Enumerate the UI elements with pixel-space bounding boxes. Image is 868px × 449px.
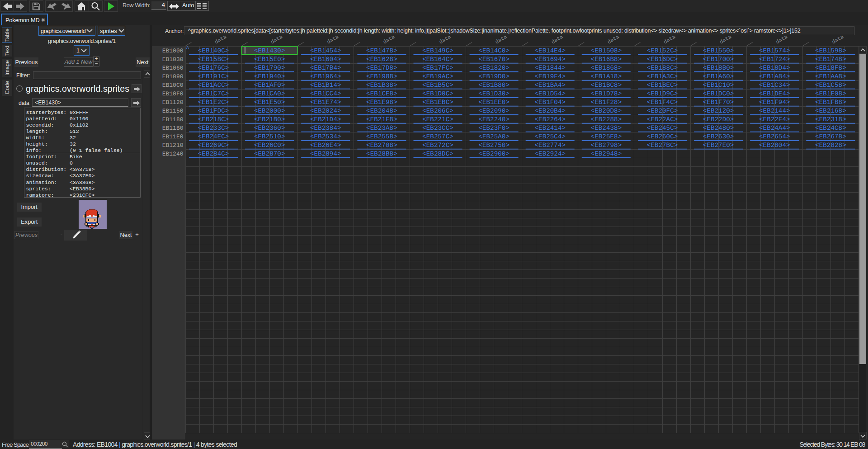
svg-text:<EB18B0>: <EB18B0> bbox=[703, 65, 734, 72]
svg-text:<EB1988>: <EB1988> bbox=[366, 73, 397, 80]
svg-text:<EB1574>: <EB1574> bbox=[759, 47, 790, 55]
svg-text:data: data bbox=[775, 36, 788, 45]
svg-text:<EB1700>: <EB1700> bbox=[703, 56, 734, 63]
svg-text:<EB272C>: <EB272C> bbox=[422, 142, 453, 149]
svg-text:<EB149C>: <EB149C> bbox=[422, 47, 453, 55]
svg-text:<EB2558>: <EB2558> bbox=[366, 133, 397, 141]
svg-text:<EB1C10>: <EB1C10> bbox=[703, 82, 734, 89]
svg-text:EB10C0: EB10C0 bbox=[162, 82, 184, 89]
svg-text:<EB2168>: <EB2168> bbox=[815, 108, 846, 115]
svg-text:<EB269C>: <EB269C> bbox=[198, 142, 229, 149]
svg-text:<EB26E4>: <EB26E4> bbox=[310, 142, 341, 149]
svg-text:<EB1550>: <EB1550> bbox=[703, 47, 734, 55]
svg-text:<EB1F4C>: <EB1F4C> bbox=[647, 99, 678, 106]
svg-text:<EB27E0>: <EB27E0> bbox=[703, 142, 734, 149]
svg-text:<EB2510>: <EB2510> bbox=[254, 133, 285, 141]
svg-text:<EB1A18>: <EB1A18> bbox=[591, 73, 622, 80]
svg-text:<EB1BA4>: <EB1BA4> bbox=[534, 82, 566, 89]
svg-text:<EB1E08>: <EB1E08> bbox=[815, 90, 846, 98]
svg-text:<EB24EC>: <EB24EC> bbox=[198, 133, 229, 141]
svg-text:<EB1A60>: <EB1A60> bbox=[703, 73, 734, 80]
svg-text:data: data bbox=[270, 36, 283, 45]
svg-text:<EB24C8>: <EB24C8> bbox=[815, 125, 846, 132]
svg-text:data: data bbox=[439, 36, 452, 45]
svg-text:<EB2144>: <EB2144> bbox=[759, 108, 790, 115]
svg-text:<EB23F0>: <EB23F0> bbox=[478, 125, 509, 132]
svg-text:<EB1478>: <EB1478> bbox=[366, 47, 397, 55]
svg-text:EB1180: EB1180 bbox=[162, 116, 184, 123]
svg-text:<EB1BEC>: <EB1BEC> bbox=[647, 82, 678, 89]
svg-text:<EB1430>: <EB1430> bbox=[254, 47, 285, 55]
svg-text:<EB1670>: <EB1670> bbox=[478, 56, 509, 63]
svg-text:<EB188C>: <EB188C> bbox=[647, 65, 678, 72]
svg-text:<EB26C0>: <EB26C0> bbox=[254, 142, 285, 149]
svg-text:<EB1694>: <EB1694> bbox=[534, 56, 566, 63]
svg-text:<EB2894>: <EB2894> bbox=[310, 151, 341, 158]
svg-text:<EB1D0C>: <EB1D0C> bbox=[422, 90, 453, 98]
svg-text:EB11B0: EB11B0 bbox=[162, 125, 184, 132]
svg-text:EB11E0: EB11E0 bbox=[162, 133, 184, 140]
svg-text:<EB2000>: <EB2000> bbox=[254, 108, 285, 115]
svg-text:<EB1964>: <EB1964> bbox=[310, 73, 341, 80]
svg-text:<EB152C>: <EB152C> bbox=[647, 47, 678, 55]
svg-text:<EB2414>: <EB2414> bbox=[534, 125, 566, 132]
svg-text:<EB1F28>: <EB1F28> bbox=[591, 99, 622, 106]
svg-text:<EB1C58>: <EB1C58> bbox=[815, 82, 846, 89]
svg-text:<EB16DC>: <EB16DC> bbox=[647, 56, 678, 63]
svg-text:<EB19F4>: <EB19F4> bbox=[534, 73, 566, 80]
svg-text:<EB19D0>: <EB19D0> bbox=[478, 73, 509, 80]
svg-text:<EB1508>: <EB1508> bbox=[591, 47, 622, 55]
svg-text:<EB2798>: <EB2798> bbox=[591, 142, 622, 149]
svg-text:<EB2828>: <EB2828> bbox=[815, 142, 846, 149]
svg-text:<EB218C>: <EB218C> bbox=[198, 116, 229, 123]
svg-text:<EB284C>: <EB284C> bbox=[198, 151, 229, 158]
svg-text:<EB20FC>: <EB20FC> bbox=[647, 108, 678, 115]
svg-text:data: data bbox=[663, 36, 676, 45]
svg-text:<EB17B4>: <EB17B4> bbox=[310, 65, 341, 72]
svg-text:<EB176C>: <EB176C> bbox=[198, 65, 229, 72]
svg-text:<EB2900>: <EB2900> bbox=[478, 151, 509, 158]
svg-text:<EB1D30>: <EB1D30> bbox=[478, 90, 509, 98]
svg-text:<EB1FDC>: <EB1FDC> bbox=[198, 108, 229, 115]
svg-text:data: data bbox=[607, 36, 620, 45]
svg-text:data: data bbox=[551, 36, 564, 45]
svg-text:<EB19AC>: <EB19AC> bbox=[422, 73, 453, 80]
svg-text:<EB25A0>: <EB25A0> bbox=[478, 133, 509, 141]
svg-text:<EB1D78>: <EB1D78> bbox=[591, 90, 622, 98]
svg-text:<EB245C>: <EB245C> bbox=[647, 125, 678, 132]
svg-text:EB1120: EB1120 bbox=[162, 99, 184, 106]
svg-text:data: data bbox=[382, 36, 396, 45]
svg-text:<EB1A3C>: <EB1A3C> bbox=[647, 73, 678, 80]
svg-text:<EB140C>: <EB140C> bbox=[198, 47, 229, 55]
svg-text:<EB24A4>: <EB24A4> bbox=[759, 125, 790, 132]
svg-text:<EB1820>: <EB1820> bbox=[478, 65, 509, 72]
svg-text:<EB27BC>: <EB27BC> bbox=[647, 142, 678, 149]
svg-text:<EB2318>: <EB2318> bbox=[815, 116, 846, 123]
svg-text:^: ^ bbox=[186, 45, 189, 52]
svg-text:EB1030: EB1030 bbox=[162, 56, 184, 63]
svg-text:<EB25C4>: <EB25C4> bbox=[534, 133, 566, 141]
svg-text:<EB1E98>: <EB1E98> bbox=[366, 99, 397, 106]
svg-text:<EB257C>: <EB257C> bbox=[422, 133, 453, 141]
svg-text:<EB1E2C>: <EB1E2C> bbox=[198, 99, 229, 106]
svg-text:<EB1F70>: <EB1F70> bbox=[703, 99, 734, 106]
svg-text:EB1000: EB1000 bbox=[162, 47, 184, 54]
svg-text:<EB2048>: <EB2048> bbox=[366, 108, 397, 115]
svg-text:<EB2264>: <EB2264> bbox=[534, 116, 566, 123]
svg-text:<EB20B4>: <EB20B4> bbox=[534, 108, 566, 115]
svg-text:<EB1628>: <EB1628> bbox=[366, 56, 397, 63]
svg-text:<EB18D4>: <EB18D4> bbox=[759, 65, 790, 72]
svg-text:<EB1DE4>: <EB1DE4> bbox=[759, 90, 790, 98]
svg-text:<EB1FB8>: <EB1FB8> bbox=[815, 99, 846, 106]
svg-text:<EB2438>: <EB2438> bbox=[591, 125, 622, 132]
svg-text:<EB17D8>: <EB17D8> bbox=[366, 65, 397, 72]
svg-text:<EB2804>: <EB2804> bbox=[759, 142, 790, 149]
svg-text:<EB260C>: <EB260C> bbox=[647, 133, 678, 141]
svg-text:<EB1AA8>: <EB1AA8> bbox=[815, 73, 846, 80]
svg-text:<EB1EBC>: <EB1EBC> bbox=[422, 99, 453, 106]
svg-text:<EB2480>: <EB2480> bbox=[703, 125, 734, 132]
svg-text:<EB1F94>: <EB1F94> bbox=[759, 99, 790, 106]
svg-text:<EB22AC>: <EB22AC> bbox=[647, 116, 678, 123]
svg-text:<EB2708>: <EB2708> bbox=[366, 142, 397, 149]
svg-text:<EB1C34>: <EB1C34> bbox=[759, 82, 790, 89]
